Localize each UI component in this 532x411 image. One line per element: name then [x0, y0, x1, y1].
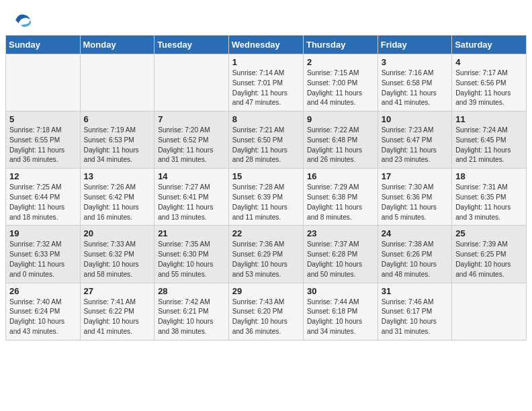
day-number: 25 — [455, 228, 523, 238]
calendar-cell: 29Sunrise: 7:43 AM Sunset: 6:20 PM Dayli… — [228, 283, 303, 340]
day-info: Sunrise: 7:36 AM Sunset: 6:29 PM Dayligh… — [232, 240, 300, 279]
day-info: Sunrise: 7:44 AM Sunset: 6:18 PM Dayligh… — [307, 298, 374, 337]
logo-icon — [13, 11, 32, 30]
day-of-week-header: Tuesday — [154, 36, 229, 54]
day-info: Sunrise: 7:30 AM Sunset: 6:36 PM Dayligh… — [382, 183, 448, 222]
calendar-cell: 24Sunrise: 7:38 AM Sunset: 6:26 PM Dayli… — [378, 226, 451, 283]
calendar-cell: 23Sunrise: 7:37 AM Sunset: 6:28 PM Dayli… — [303, 226, 378, 283]
day-info: Sunrise: 7:17 AM Sunset: 6:56 PM Dayligh… — [455, 68, 523, 108]
day-number: 13 — [84, 171, 151, 181]
calendar-cell: 10Sunrise: 7:23 AM Sunset: 6:47 PM Dayli… — [378, 111, 451, 169]
calendar-cell: 31Sunrise: 7:46 AM Sunset: 6:17 PM Dayli… — [378, 283, 451, 340]
calendar-cell: 18Sunrise: 7:31 AM Sunset: 6:35 PM Dayli… — [452, 169, 527, 226]
day-info: Sunrise: 7:46 AM Sunset: 6:17 PM Dayligh… — [382, 298, 448, 337]
day-info: Sunrise: 7:28 AM Sunset: 6:39 PM Dayligh… — [232, 183, 300, 222]
calendar-week-row: 26Sunrise: 7:40 AM Sunset: 6:24 PM Dayli… — [6, 283, 527, 340]
calendar-cell: 25Sunrise: 7:39 AM Sunset: 6:25 PM Dayli… — [452, 226, 527, 283]
day-info: Sunrise: 7:19 AM Sunset: 6:53 PM Dayligh… — [84, 126, 151, 165]
calendar-cell: 27Sunrise: 7:41 AM Sunset: 6:22 PM Dayli… — [80, 283, 154, 340]
calendar-cell: 7Sunrise: 7:20 AM Sunset: 6:52 PM Daylig… — [154, 111, 229, 169]
day-info: Sunrise: 7:23 AM Sunset: 6:47 PM Dayligh… — [382, 126, 448, 165]
day-info: Sunrise: 7:38 AM Sunset: 6:26 PM Dayligh… — [382, 240, 448, 279]
day-number: 1 — [232, 57, 300, 67]
calendar-cell: 3Sunrise: 7:16 AM Sunset: 6:58 PM Daylig… — [378, 54, 451, 111]
day-info: Sunrise: 7:35 AM Sunset: 6:30 PM Dayligh… — [158, 240, 225, 279]
day-number: 3 — [382, 57, 448, 67]
day-info: Sunrise: 7:21 AM Sunset: 6:50 PM Dayligh… — [232, 126, 300, 165]
day-info: Sunrise: 7:16 AM Sunset: 6:58 PM Dayligh… — [382, 68, 448, 108]
calendar-cell — [80, 54, 154, 111]
calendar-cell: 17Sunrise: 7:30 AM Sunset: 6:36 PM Dayli… — [378, 169, 451, 226]
calendar-week-row: 19Sunrise: 7:32 AM Sunset: 6:33 PM Dayli… — [6, 226, 527, 283]
day-number: 29 — [232, 286, 300, 296]
day-info: Sunrise: 7:15 AM Sunset: 7:00 PM Dayligh… — [307, 68, 374, 108]
day-info: Sunrise: 7:18 AM Sunset: 6:55 PM Dayligh… — [9, 126, 77, 165]
calendar-cell: 30Sunrise: 7:44 AM Sunset: 6:18 PM Dayli… — [303, 283, 378, 340]
calendar-cell: 2Sunrise: 7:15 AM Sunset: 7:00 PM Daylig… — [303, 54, 378, 111]
day-info: Sunrise: 7:26 AM Sunset: 6:42 PM Dayligh… — [84, 183, 151, 222]
day-info: Sunrise: 7:24 AM Sunset: 6:45 PM Dayligh… — [455, 126, 523, 165]
day-number: 24 — [382, 228, 448, 238]
day-number: 18 — [455, 171, 523, 181]
day-number: 27 — [84, 286, 151, 296]
calendar-table: SundayMondayTuesdayWednesdayThursdayFrid… — [5, 35, 527, 340]
day-of-week-header: Friday — [378, 36, 451, 54]
calendar-cell: 1Sunrise: 7:14 AM Sunset: 7:01 PM Daylig… — [228, 54, 303, 111]
day-number: 19 — [9, 228, 77, 238]
day-info: Sunrise: 7:31 AM Sunset: 6:35 PM Dayligh… — [455, 183, 523, 222]
calendar-cell: 28Sunrise: 7:42 AM Sunset: 6:21 PM Dayli… — [154, 283, 229, 340]
calendar-cell: 20Sunrise: 7:33 AM Sunset: 6:32 PM Dayli… — [80, 226, 154, 283]
calendar-cell: 13Sunrise: 7:26 AM Sunset: 6:42 PM Dayli… — [80, 169, 154, 226]
day-number: 12 — [9, 171, 77, 181]
calendar-header-row: SundayMondayTuesdayWednesdayThursdayFrid… — [6, 36, 527, 54]
day-number: 15 — [232, 171, 300, 181]
day-number: 7 — [158, 114, 225, 124]
day-info: Sunrise: 7:27 AM Sunset: 6:41 PM Dayligh… — [158, 183, 225, 222]
calendar-cell: 26Sunrise: 7:40 AM Sunset: 6:24 PM Dayli… — [6, 283, 81, 340]
day-number: 22 — [232, 228, 300, 238]
day-number: 10 — [382, 114, 448, 124]
calendar-cell: 4Sunrise: 7:17 AM Sunset: 6:56 PM Daylig… — [452, 54, 527, 111]
day-info: Sunrise: 7:25 AM Sunset: 6:44 PM Dayligh… — [9, 183, 77, 222]
day-number: 16 — [307, 171, 374, 181]
calendar-cell — [6, 54, 81, 111]
day-info: Sunrise: 7:22 AM Sunset: 6:48 PM Dayligh… — [307, 126, 374, 165]
calendar-cell: 19Sunrise: 7:32 AM Sunset: 6:33 PM Dayli… — [6, 226, 81, 283]
day-number: 17 — [382, 171, 448, 181]
calendar-cell: 11Sunrise: 7:24 AM Sunset: 6:45 PM Dayli… — [452, 111, 527, 169]
day-info: Sunrise: 7:37 AM Sunset: 6:28 PM Dayligh… — [307, 240, 374, 279]
day-info: Sunrise: 7:40 AM Sunset: 6:24 PM Dayligh… — [9, 298, 77, 337]
calendar-cell: 22Sunrise: 7:36 AM Sunset: 6:29 PM Dayli… — [228, 226, 303, 283]
day-of-week-header: Monday — [80, 36, 154, 54]
day-number: 26 — [9, 286, 77, 296]
calendar-cell: 8Sunrise: 7:21 AM Sunset: 6:50 PM Daylig… — [228, 111, 303, 169]
day-number: 5 — [9, 114, 77, 124]
day-number: 21 — [158, 228, 225, 238]
calendar-cell: 21Sunrise: 7:35 AM Sunset: 6:30 PM Dayli… — [154, 226, 229, 283]
day-info: Sunrise: 7:39 AM Sunset: 6:25 PM Dayligh… — [455, 240, 523, 279]
day-number: 2 — [307, 57, 374, 67]
calendar-week-row: 5Sunrise: 7:18 AM Sunset: 6:55 PM Daylig… — [6, 111, 527, 169]
day-info: Sunrise: 7:32 AM Sunset: 6:33 PM Dayligh… — [9, 240, 77, 279]
calendar-cell — [154, 54, 229, 111]
calendar-cell: 14Sunrise: 7:27 AM Sunset: 6:41 PM Dayli… — [154, 169, 229, 226]
logo — [13, 11, 35, 30]
day-of-week-header: Thursday — [303, 36, 378, 54]
day-info: Sunrise: 7:33 AM Sunset: 6:32 PM Dayligh… — [84, 240, 151, 279]
day-number: 8 — [232, 114, 300, 124]
calendar-week-row: 1Sunrise: 7:14 AM Sunset: 7:01 PM Daylig… — [6, 54, 527, 111]
day-number: 6 — [84, 114, 151, 124]
day-info: Sunrise: 7:29 AM Sunset: 6:38 PM Dayligh… — [307, 183, 374, 222]
calendar-cell: 5Sunrise: 7:18 AM Sunset: 6:55 PM Daylig… — [6, 111, 81, 169]
day-number: 20 — [84, 228, 151, 238]
day-info: Sunrise: 7:42 AM Sunset: 6:21 PM Dayligh… — [158, 298, 225, 337]
day-number: 28 — [158, 286, 225, 296]
day-number: 14 — [158, 171, 225, 181]
day-number: 4 — [455, 57, 523, 67]
calendar-cell: 12Sunrise: 7:25 AM Sunset: 6:44 PM Dayli… — [6, 169, 81, 226]
day-info: Sunrise: 7:14 AM Sunset: 7:01 PM Dayligh… — [232, 68, 300, 108]
calendar-cell: 9Sunrise: 7:22 AM Sunset: 6:48 PM Daylig… — [303, 111, 378, 169]
calendar-cell: 16Sunrise: 7:29 AM Sunset: 6:38 PM Dayli… — [303, 169, 378, 226]
day-info: Sunrise: 7:41 AM Sunset: 6:22 PM Dayligh… — [84, 298, 151, 337]
day-info: Sunrise: 7:20 AM Sunset: 6:52 PM Dayligh… — [158, 126, 225, 165]
